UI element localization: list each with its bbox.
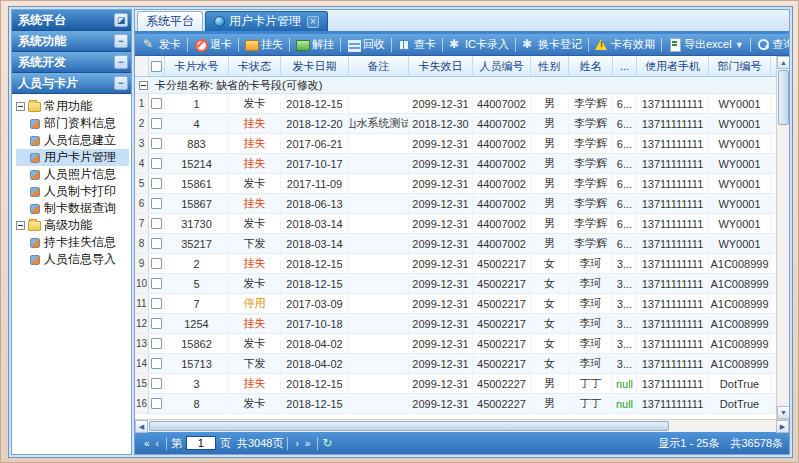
- page-number-input[interactable]: [186, 436, 216, 450]
- row-checkbox[interactable]: [151, 198, 162, 209]
- select-all-checkbox[interactable]: [151, 61, 162, 72]
- table-row[interactable]: 615867挂失2018-06-132099-12-3144007002男李学辉…: [135, 194, 776, 214]
- table-row[interactable]: 1315862发卡2018-04-022099-12-3145002217女李珂…: [135, 334, 776, 354]
- toolbar-button-1[interactable]: 退卡: [190, 36, 236, 54]
- scroll-right-icon[interactable]: ▶: [776, 420, 789, 433]
- table-row[interactable]: 121254挂失2017-10-182099-12-3145002217女李珂3…: [135, 314, 776, 334]
- row-checkbox[interactable]: [151, 138, 162, 149]
- scroll-down-icon[interactable]: ▼: [777, 406, 789, 419]
- toolbar-button-3[interactable]: 解挂: [292, 36, 338, 54]
- table-row[interactable]: 515861发卡2017-11-092099-12-3144007002男李学辉…: [135, 174, 776, 194]
- table-row[interactable]: 731730发卡2018-03-142099-12-3144007002男李学辉…: [135, 214, 776, 234]
- toolbar-button-7[interactable]: 换卡登记: [518, 36, 586, 54]
- row-checkbox[interactable]: [151, 118, 162, 129]
- tree-group-0[interactable]: 常用功能: [16, 98, 129, 115]
- collapse-icon[interactable]: −: [114, 76, 128, 90]
- table-header-5[interactable]: 人员编号: [473, 56, 531, 76]
- toolbar-button-label: 导出excel: [684, 37, 732, 52]
- next-page-button[interactable]: ›: [292, 438, 301, 449]
- row-checkbox[interactable]: [151, 298, 162, 309]
- toolbar-button-6[interactable]: IC卡录入: [445, 36, 513, 54]
- row-checkbox[interactable]: [151, 318, 162, 329]
- table-row[interactable]: 415214挂失2017-10-172099-12-3144007002男李学辉…: [135, 154, 776, 174]
- table-row[interactable]: 92挂失2018-12-152099-12-3145002217女李珂3...1…: [135, 254, 776, 274]
- horizontal-scroll-thumb[interactable]: [149, 421, 669, 431]
- tree-item-1-0[interactable]: 持卡挂失信息: [16, 234, 129, 251]
- tree-item-0-3[interactable]: 人员照片信息: [16, 166, 129, 183]
- table-header-1[interactable]: 卡状态: [229, 56, 281, 76]
- row-checkbox[interactable]: [151, 178, 162, 189]
- table-header-10[interactable]: 部门编号: [709, 56, 771, 76]
- vertical-scroll-thumb[interactable]: [778, 70, 789, 125]
- table-header-3[interactable]: 备注: [349, 56, 409, 76]
- row-checkbox[interactable]: [151, 158, 162, 169]
- tab-1[interactable]: 用户卡片管理×: [205, 11, 328, 31]
- row-checkbox[interactable]: [151, 258, 162, 269]
- table-row[interactable]: 153挂失2018-12-152099-12-3145002227男丁丁null…: [135, 374, 776, 394]
- prev-page-button[interactable]: ‹: [153, 438, 162, 449]
- group-header-row[interactable]: 卡分组名称: 缺省的卡号段(可修改): [135, 77, 776, 94]
- tree-group-1[interactable]: 高级功能: [16, 217, 129, 234]
- toolbar-button-0[interactable]: 发卡: [139, 36, 185, 54]
- table-row[interactable]: 105发卡2018-12-152099-12-3145002217女李珂3...…: [135, 274, 776, 294]
- table-header-6[interactable]: 性别: [531, 56, 569, 76]
- table-row[interactable]: 117停用2017-03-092099-12-3145002217女李珂3...…: [135, 294, 776, 314]
- row-checkbox[interactable]: [151, 398, 162, 409]
- toolbar-button-2[interactable]: 挂失: [241, 36, 287, 54]
- cell-phone: 13711111111: [637, 214, 709, 233]
- row-checkbox[interactable]: [151, 98, 162, 109]
- scroll-up-icon[interactable]: ▲: [777, 56, 789, 69]
- table-row[interactable]: 3883挂失2017-06-212099-12-3144007002男李学辉6.…: [135, 134, 776, 154]
- toolbar-button-5[interactable]: 查卡: [394, 36, 440, 54]
- row-checkbox[interactable]: [151, 358, 162, 369]
- collapse-node-icon[interactable]: [16, 221, 25, 230]
- tree-item-0-0[interactable]: 部门资料信息: [16, 115, 129, 132]
- toolbar-button-4[interactable]: 回收: [343, 36, 389, 54]
- table-header-0[interactable]: 卡片水号: [165, 56, 229, 76]
- collapse-icon[interactable]: −: [114, 34, 128, 48]
- refresh-icon[interactable]: ↻: [322, 436, 332, 450]
- tree-item-1-1[interactable]: 人员信息导入: [16, 251, 129, 268]
- last-page-button[interactable]: »: [302, 438, 314, 449]
- cell-remark: [349, 314, 409, 333]
- sidebar-section-2[interactable]: 系统开发−: [12, 52, 131, 73]
- close-icon[interactable]: ×: [307, 16, 319, 28]
- row-checkbox[interactable]: [151, 378, 162, 389]
- sidebar-section-1[interactable]: 系统功能−: [12, 31, 131, 52]
- row-checkbox[interactable]: [151, 338, 162, 349]
- scroll-left-icon[interactable]: ◀: [135, 420, 148, 433]
- row-checkbox[interactable]: [151, 218, 162, 229]
- vertical-scrollbar[interactable]: ▲ ▼: [776, 56, 789, 419]
- table-header-8[interactable]: ...: [613, 56, 637, 76]
- horizontal-scrollbar[interactable]: ◀ ▶: [135, 419, 789, 432]
- pin-icon[interactable]: ◪: [114, 13, 128, 27]
- table-header-7[interactable]: 姓名: [569, 56, 613, 76]
- toolbar-button-9[interactable]: 导出excel▼: [664, 36, 748, 54]
- collapse-group-icon[interactable]: [139, 81, 148, 90]
- table-row[interactable]: 24挂失2018-12-20山水系统测试2018-12-3044007002男李…: [135, 114, 776, 134]
- tree-item-0-2[interactable]: 用户卡片管理: [16, 149, 129, 166]
- table-row[interactable]: 11发卡2018-12-152099-12-3144007002男李学辉6...…: [135, 94, 776, 114]
- first-page-button[interactable]: «: [141, 438, 153, 449]
- table-header-checkbox[interactable]: [149, 56, 165, 76]
- cell-name: 李学辉: [569, 94, 613, 113]
- cell-dept_no: A1C008999: [709, 274, 771, 293]
- table-row[interactable]: 1415713下发2018-04-022099-12-3145002217女李珂…: [135, 354, 776, 374]
- toolbar-button-8[interactable]: 卡有效期: [591, 36, 659, 54]
- table-header-4[interactable]: 卡失效日: [409, 56, 473, 76]
- toolbar-button-10[interactable]: 查询: [753, 36, 789, 54]
- collapse-node-icon[interactable]: [16, 102, 25, 111]
- sidebar-section-3[interactable]: 人员与卡片−: [12, 73, 131, 94]
- tree-item-0-1[interactable]: 人员信息建立: [16, 132, 129, 149]
- row-checkbox[interactable]: [151, 238, 162, 249]
- tree-item-0-4[interactable]: 人员制卡打印: [16, 183, 129, 200]
- table-row[interactable]: 168发卡2018-12-152099-12-3145002227男丁丁null…: [135, 394, 776, 414]
- table-row[interactable]: 835217下发2018-03-142099-12-3144007002男李学辉…: [135, 234, 776, 254]
- table-header-9[interactable]: 使用者手机: [637, 56, 709, 76]
- collapse-icon[interactable]: −: [114, 55, 128, 69]
- row-checkbox[interactable]: [151, 278, 162, 289]
- tab-0[interactable]: 系统平台: [137, 11, 203, 31]
- table-header-2[interactable]: 发卡日期: [281, 56, 349, 76]
- tree-item-0-5[interactable]: 制卡数据查询: [16, 200, 129, 217]
- sidebar-section-0[interactable]: 系统平台◪: [12, 10, 131, 31]
